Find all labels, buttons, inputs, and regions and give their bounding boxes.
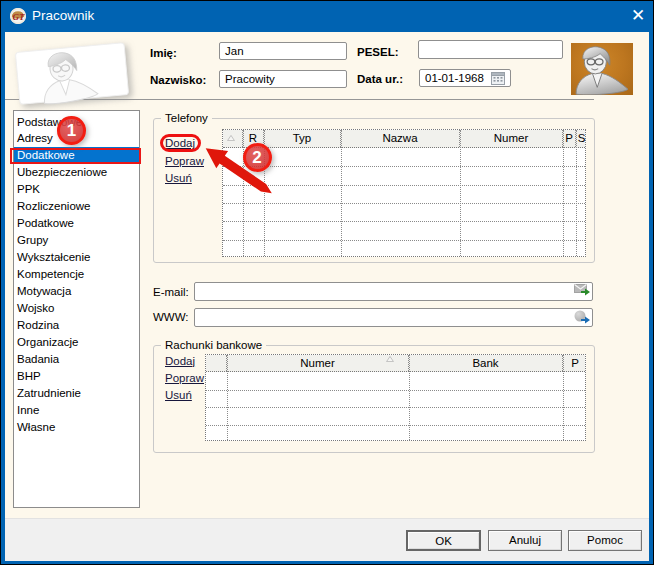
svg-text:GT: GT	[13, 12, 25, 22]
